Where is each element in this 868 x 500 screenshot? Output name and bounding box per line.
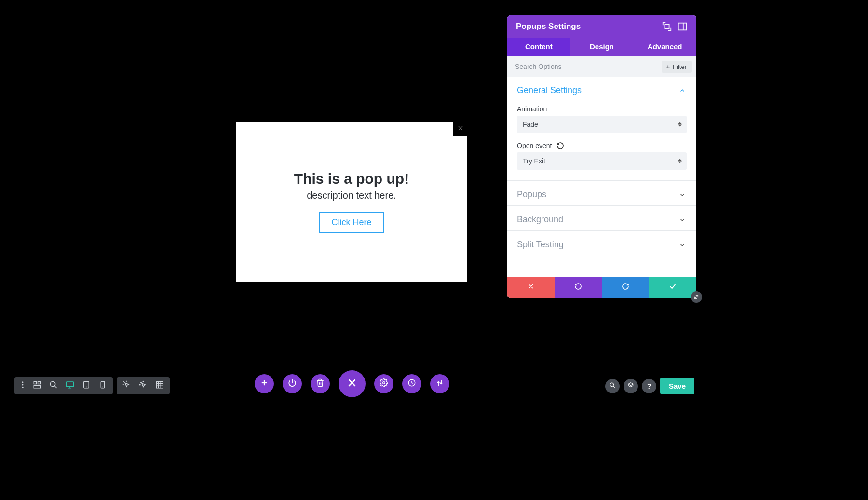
tablet-view-button[interactable] (78, 377, 95, 394)
more-button[interactable] (16, 377, 29, 394)
search-input[interactable] (514, 62, 658, 71)
svg-rect-3 (678, 23, 687, 30)
field-label-open-event: Open event (517, 142, 687, 149)
popup-title: This is a pop up! (294, 171, 409, 187)
mobile-view-button[interactable] (95, 377, 111, 394)
animation-select[interactable]: Fade (517, 116, 687, 133)
hover-mode-button[interactable] (119, 377, 135, 394)
search-icon (609, 382, 616, 391)
trash-icon (316, 378, 325, 389)
wireframe-button[interactable] (29, 377, 45, 394)
help-icon: ? (647, 382, 651, 390)
find-button[interactable] (605, 379, 620, 393)
filter-button[interactable]: + Filter (662, 61, 692, 73)
popup-description: description text here. (307, 190, 396, 201)
popup-cta-button[interactable]: Click Here (319, 212, 384, 233)
settings-tabs: Content Design Advanced (507, 38, 696, 56)
svg-rect-27 (156, 381, 163, 388)
tab-design[interactable]: Design (570, 38, 634, 56)
close-icon (528, 283, 534, 292)
chevron-down-icon (678, 190, 687, 199)
desktop-view-button[interactable] (62, 377, 78, 394)
open-event-select-value: Try Exit (523, 157, 545, 165)
popup-preview: This is a pop up! description text here.… (236, 122, 467, 282)
svg-line-40 (613, 386, 615, 388)
svg-point-12 (50, 381, 55, 387)
chevron-down-icon (678, 241, 687, 249)
popup-close-button[interactable] (453, 122, 468, 136)
svg-point-24 (141, 382, 142, 383)
panel-resize-handle[interactable] (691, 291, 702, 303)
section-general-settings: General Settings Animation Fade O (507, 77, 696, 181)
wireframe-icon (33, 380, 41, 391)
layers-button[interactable] (624, 379, 638, 393)
svg-point-26 (140, 384, 141, 385)
open-event-select[interactable]: Try Exit (517, 152, 687, 170)
tab-content[interactable]: Content (507, 38, 570, 56)
svg-rect-11 (34, 386, 41, 388)
search-row: + Filter (507, 56, 696, 77)
section-content-general: Animation Fade Open event Try Ex (507, 105, 696, 180)
history-button[interactable] (402, 374, 421, 393)
tablet-icon (82, 380, 91, 391)
settings-panel-footer (507, 277, 696, 298)
grid-mode-button[interactable] (151, 377, 168, 394)
svg-point-6 (22, 381, 24, 383)
help-button[interactable]: ? (642, 379, 656, 393)
section-header-split-testing[interactable]: Split Testing (507, 231, 696, 256)
close-icon (347, 378, 357, 390)
svg-rect-2 (665, 24, 669, 28)
chevron-up-icon (678, 86, 687, 95)
close-main-button[interactable] (339, 370, 366, 397)
section-title: Split Testing (517, 240, 564, 250)
svg-line-13 (54, 386, 57, 388)
left-toolbar-group-1 (14, 377, 113, 394)
section-title: Background (517, 215, 563, 225)
settings-body: General Settings Animation Fade O (507, 77, 696, 277)
left-toolbar-group-2 (117, 377, 170, 394)
click-mode-button[interactable] (135, 377, 151, 394)
undo-icon (574, 283, 582, 292)
section-split-testing: Split Testing (507, 231, 696, 256)
svg-marker-41 (628, 382, 634, 385)
undo-button[interactable] (555, 277, 602, 298)
right-toolbar: ? Save (605, 378, 694, 394)
plus-icon: + (666, 63, 670, 70)
settings-button[interactable] (374, 374, 393, 393)
settings-panel-header: Popups Settings (507, 15, 696, 38)
expand-icon[interactable] (662, 21, 672, 32)
confirm-button[interactable] (649, 277, 696, 298)
save-button[interactable]: Save (660, 378, 694, 394)
svg-rect-10 (38, 381, 41, 384)
settings-panel-title: Popups Settings (516, 22, 657, 31)
section-popups: Popups (507, 181, 696, 206)
reorder-button[interactable] (430, 374, 449, 393)
select-caret-icon (678, 159, 682, 163)
search-icon (49, 380, 58, 391)
zoom-button[interactable] (45, 377, 62, 394)
section-header-background[interactable]: Background (507, 206, 696, 230)
trash-button[interactable] (311, 374, 330, 393)
tab-advanced[interactable]: Advanced (633, 38, 696, 56)
check-icon (669, 283, 677, 292)
layers-icon (627, 382, 634, 391)
popup-card: This is a pop up! description text here.… (236, 122, 467, 282)
cancel-button[interactable] (507, 277, 555, 298)
desktop-icon (66, 380, 74, 391)
mobile-icon (98, 380, 107, 391)
field-label-animation: Animation (517, 105, 687, 113)
clock-icon (407, 378, 416, 389)
add-button[interactable] (255, 374, 274, 393)
redo-button[interactable] (602, 277, 649, 298)
center-toolbar (255, 370, 449, 397)
more-vertical-icon (18, 380, 27, 391)
section-header-general[interactable]: General Settings (507, 77, 696, 101)
section-header-popups[interactable]: Popups (507, 181, 696, 205)
dock-icon[interactable] (677, 21, 688, 32)
sort-icon (435, 378, 444, 389)
cursor-click-icon (139, 380, 148, 391)
reset-icon[interactable] (556, 142, 564, 149)
power-button[interactable] (283, 374, 302, 393)
cursor-rays-icon (122, 380, 131, 391)
plus-icon (260, 378, 269, 389)
